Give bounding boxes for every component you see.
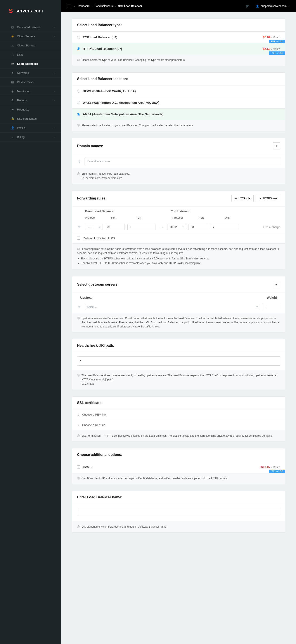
nav-icon: ◉ [11, 90, 14, 93]
option-label: TCP Load Balancer (L4) [83, 36, 117, 39]
from-uri-input[interactable] [127, 224, 156, 230]
healthcheck-path-input[interactable] [77, 356, 280, 366]
sidebar-item-ssl-certificates[interactable]: 🔒SSL certificates [0, 114, 61, 124]
chevron-right-icon: › [54, 90, 55, 92]
option-period: / Month [271, 466, 280, 469]
add-domain-button[interactable]: ＋ [273, 142, 280, 150]
sidebar-item-label: Networks [17, 71, 29, 74]
redirect-https-checkbox[interactable] [77, 236, 80, 240]
currency-badge: EUR ⇒ USD [269, 52, 285, 55]
panel-forwarding: Forwarding rules: ＋ HTTP rule ＋ HTTPS ru… [72, 190, 285, 270]
panel-healthcheck: Healthcheck URI path: ⓘ The Load Balance… [72, 339, 285, 390]
to-port-input[interactable] [189, 224, 208, 230]
delete-rule-icon[interactable]: 🗑 [77, 226, 81, 229]
lb-location-option[interactable]: AMS1 (Amsterdam Metropolitan Area, The N… [72, 108, 285, 120]
sidebar-item-dedicated-servers[interactable]: ▢Dedicated Servers› [0, 23, 61, 32]
sidebar-item-requests[interactable]: ✉Requests [0, 105, 61, 114]
option-period: / Month [271, 48, 280, 50]
panel-options: Choose additional options: Geo IP +$17.0… [72, 448, 285, 484]
brand-logo-icon: S [9, 8, 13, 14]
subcol-uri: URI [225, 216, 251, 219]
user-menu[interactable]: 👤 support@servers.com ▾ [256, 4, 289, 8]
cart-icon[interactable]: 🛒 [246, 4, 249, 8]
sidebar-item-dns[interactable]: ◌DNS [0, 50, 61, 59]
upload-icon: ⤓ [77, 413, 80, 416]
nav-icon: ☁ [11, 44, 14, 47]
sidebar-item-label: Requests [17, 108, 29, 111]
crumb-dashboard[interactable]: Dashboard [77, 4, 90, 8]
info-icon: ⓘ [77, 248, 80, 250]
subcol-protocol: Protocol [172, 216, 199, 219]
panel-title: SSL certificate: [72, 396, 285, 410]
nav-icon: ⎘ [11, 136, 14, 139]
currency-badge: EUR ⇒ USD [269, 40, 285, 43]
lb-location-option[interactable]: WAS1 (Washington D.C. Metropolitan Area,… [72, 97, 285, 108]
breadcrumb: ☰ ⌂ Dashboard › Load balancers › New Loa… [68, 4, 142, 8]
option-label: WAS1 (Washington D.C. Metropolitan Area,… [83, 101, 159, 104]
nav-icon: ◌ [11, 53, 14, 56]
radio-icon [77, 90, 80, 93]
domain-input[interactable] [85, 158, 280, 165]
chevron-down-icon: ▾ [288, 5, 289, 7]
chevron-right-icon: › [54, 99, 55, 102]
option-geoip[interactable]: Geo IP +$17.07 / Month EUR ⇒ USD [72, 461, 285, 473]
sidebar-nav: ▢Dedicated Servers›⚡Cloud Servers›☁Cloud… [0, 23, 61, 142]
chevron-right-icon: › [54, 35, 55, 38]
info-bullet: The "Redirect HTTP to HTTPS" option is a… [81, 261, 280, 265]
col-from: From Load Balancer [77, 210, 171, 213]
add-upstream-button[interactable]: ＋ [273, 281, 280, 288]
brand[interactable]: S servers.com [0, 4, 61, 23]
info-icon: ⓘ [77, 316, 80, 320]
geoip-checkbox[interactable] [77, 466, 80, 468]
lb-location-option[interactable]: DFW1 (Dallas—Fort Worth, TX, USA) [72, 86, 285, 97]
info-text: Please select the type of your Load Bala… [81, 58, 186, 62]
arrow-right-icon: → [160, 225, 164, 229]
redirect-https-label: Redirect HTTP to HTTPS [83, 236, 115, 240]
home-icon[interactable]: ⌂ [73, 4, 74, 8]
subcol-port: Port [199, 216, 225, 219]
sidebar-item-cloud-servers[interactable]: ⚡Cloud Servers› [0, 32, 61, 41]
delete-domain-icon[interactable]: 🗑 [77, 160, 81, 163]
to-protocol-select[interactable]: HTTP [168, 224, 186, 230]
upload-icon: ⤓ [77, 423, 80, 427]
info-icon: ⓘ [77, 525, 80, 529]
panel-title: Forwarding rules: [77, 196, 107, 200]
crumb-loadbalancers[interactable]: Load balancers [95, 4, 113, 8]
choose-pem-button[interactable]: ⤓ Choose a PEM file [72, 410, 285, 420]
sidebar-item-cloud-storage[interactable]: ☁Cloud Storage [0, 41, 61, 50]
to-uri-input[interactable] [211, 224, 239, 230]
radio-icon [77, 36, 80, 39]
currency-badge: EUR ⇒ USD [269, 470, 285, 473]
info-icon: ⓘ [77, 58, 80, 62]
add-http-rule-button[interactable]: ＋ HTTP rule [231, 195, 254, 202]
option-period: / Month [271, 36, 280, 39]
panel-title: Select Load Balancer location: [72, 72, 285, 86]
info-icon: ⓘ [77, 172, 80, 176]
upstream-select[interactable]: Select… [84, 304, 260, 310]
add-https-rule-button[interactable]: ＋ HTTPS rule [256, 195, 280, 202]
info-text: Upstream servers are Dedicated and Cloud… [81, 316, 280, 329]
info-icon: ⓘ [77, 124, 80, 128]
sidebar-item-load-balancers[interactable]: ⇄Load balancers [0, 59, 61, 68]
sidebar-item-private-racks[interactable]: ▤Private racks [0, 78, 61, 87]
sidebar-item-networks[interactable]: ≡Networks› [0, 68, 61, 78]
menu-toggle-icon[interactable]: ☰ [68, 4, 71, 8]
choose-key-button[interactable]: ⤓ Choose a KEY file [72, 420, 285, 430]
lb-type-option[interactable]: HTTP/S Load Balancer (L7)$5.69 / MonthEU… [72, 43, 285, 54]
sidebar-item-profile[interactable]: 👤Profile› [0, 124, 61, 132]
delete-upstream-icon[interactable]: 🗑 [77, 305, 81, 308]
option-price: $5.69 [263, 47, 270, 50]
upstream-weight-input[interactable] [263, 304, 280, 310]
panel-title: Select Load Balancer type: [72, 19, 285, 32]
from-protocol-select[interactable]: HTTP [84, 224, 102, 230]
lb-type-option[interactable]: TCP Load Balancer (L4)$5.69 / MonthEUR ⇒… [72, 32, 285, 43]
sidebar-item-billing[interactable]: ⎘Billing› [0, 132, 61, 142]
sidebar-item-monitoring[interactable]: ◉Monitoring› [0, 87, 61, 96]
from-port-input[interactable] [105, 224, 125, 230]
radio-icon [77, 113, 80, 116]
sidebar-item-label: Reports [17, 99, 27, 102]
sidebar-item-reports[interactable]: 🗎Reports› [0, 96, 61, 105]
lb-name-input[interactable] [77, 509, 280, 516]
nav-icon: ▢ [11, 26, 14, 29]
panel-upstream: Select upstream servers: ＋ Upstream Weig… [72, 276, 285, 333]
